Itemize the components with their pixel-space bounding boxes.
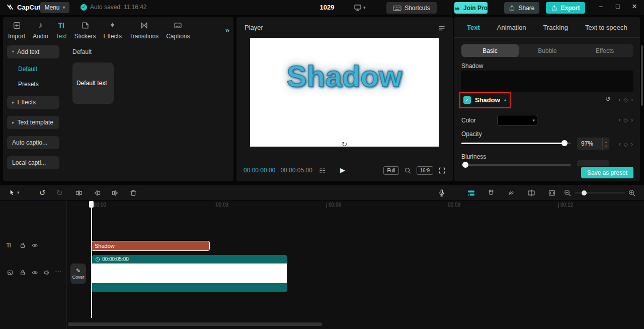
tab-animation[interactable]: Animation — [497, 24, 526, 31]
close-button[interactable]: × — [632, 2, 637, 11]
chevron-down-icon: ▾ — [363, 6, 366, 10]
sidebar-item-auto-captions[interactable]: Auto captio... — [7, 136, 59, 149]
sidebar-item-local-captions[interactable]: Local capti... — [7, 156, 59, 169]
cover-button[interactable]: ✎ Cover — [70, 264, 86, 284]
more-icon[interactable]: … — [55, 266, 61, 273]
delete-icon[interactable] — [129, 189, 137, 197]
sidebar-item-text-template[interactable]: ▸ Text template — [7, 116, 59, 129]
tab-audio[interactable]: ♪ Audio — [33, 21, 48, 40]
monitor-icon — [354, 4, 362, 12]
video-clip[interactable]: 00:00:05:00 — [92, 255, 287, 292]
bluriness-slider[interactable] — [461, 164, 571, 166]
visibility-icon[interactable] — [31, 242, 38, 249]
voiceover-mic-icon[interactable] — [438, 189, 446, 197]
zoom-fit-icon[interactable] — [404, 167, 412, 174]
subtab-bubble[interactable]: Bubble — [519, 47, 576, 54]
default-text-card[interactable]: Default text — [72, 62, 114, 104]
stepper-up-icon[interactable]: ▴ — [605, 140, 607, 144]
zoom-in-button[interactable] — [628, 189, 636, 197]
auto-snap-toggle[interactable] — [487, 189, 495, 197]
keyframe-diamond-icon[interactable]: ◇ — [624, 97, 628, 103]
keyframe-prev-icon[interactable]: ‹ — [619, 141, 621, 148]
opacity-slider-handle[interactable] — [561, 140, 568, 146]
pencil-icon: ✎ — [76, 268, 80, 274]
subtab-basic[interactable]: Basic — [461, 44, 519, 57]
zoom-out-button[interactable] — [564, 189, 572, 197]
sidebar-item-default[interactable]: Default — [3, 65, 65, 73]
share-button[interactable]: Share — [504, 2, 539, 14]
tab-transitions[interactable]: Transitions — [129, 21, 158, 40]
player-canvas[interactable]: Shadow ↻ — [250, 38, 439, 147]
expand-panel-icon[interactable]: » — [225, 26, 229, 34]
mute-icon[interactable] — [43, 269, 50, 276]
select-tool[interactable]: ▾ — [8, 189, 20, 196]
tab-text-label: Text — [56, 33, 67, 40]
keyframe-prev-icon[interactable]: ‹ — [619, 96, 621, 103]
opacity-stepper[interactable]: ▴ ▾ — [602, 138, 609, 150]
zoom-slider-handle[interactable] — [582, 190, 587, 195]
storyboard-icon[interactable] — [318, 167, 326, 174]
reset-icon[interactable]: ↺ — [605, 96, 611, 102]
undo-button[interactable]: ↺ — [39, 188, 46, 198]
preview-axis-toggle[interactable] — [527, 189, 535, 197]
color-swatch-select[interactable]: ▾ — [497, 115, 537, 126]
player-menu-icon[interactable] — [438, 24, 446, 32]
display-mode-button[interactable]: ▾ — [354, 4, 366, 12]
sidebar-item-presets[interactable]: Presets — [3, 81, 65, 88]
play-button[interactable]: ▶ — [340, 166, 345, 174]
lock-icon[interactable] — [19, 269, 26, 276]
join-pro-button[interactable]: Join Pro — [454, 2, 488, 14]
lock-icon[interactable] — [19, 242, 26, 249]
tab-effects[interactable]: ✦ Effects — [103, 21, 121, 40]
keyframe-next-icon[interactable]: › — [631, 141, 633, 148]
export-button[interactable]: Export — [546, 2, 585, 14]
tab-text[interactable]: Text — [467, 24, 480, 31]
playhead-line[interactable] — [91, 201, 92, 318]
share-label: Share — [518, 5, 534, 12]
tab-stickers[interactable]: Stickers — [74, 21, 96, 40]
keyframe-diamond-icon[interactable]: ◇ — [624, 141, 628, 148]
redo-button[interactable]: ↻ — [56, 188, 63, 198]
keyframe-next-icon[interactable]: › — [631, 116, 633, 123]
sidebar-item-add-text[interactable]: • Add text — [7, 45, 59, 58]
keyframe-diamond-icon[interactable]: ◇ — [624, 117, 628, 123]
bluriness-slider-handle[interactable] — [462, 162, 468, 168]
linkage-toggle[interactable] — [507, 189, 515, 197]
subtab-effects[interactable]: Effects — [576, 47, 633, 54]
rotate-handle-icon[interactable]: ↻ — [250, 140, 439, 148]
main-track-magnet-toggle[interactable] — [467, 189, 475, 198]
bluriness-value-box[interactable] — [577, 160, 609, 166]
split-icon[interactable] — [75, 189, 83, 197]
text-clip[interactable]: Shadow — [91, 241, 210, 251]
tab-text[interactable]: TI Text — [56, 21, 67, 40]
keyframe-prev-icon[interactable]: ‹ — [619, 116, 621, 123]
minimize-button[interactable]: − — [599, 3, 603, 10]
zoom-slider[interactable] — [575, 192, 625, 193]
shortcuts-button[interactable]: Shortcuts — [386, 2, 437, 14]
delete-left-icon[interactable] — [93, 189, 101, 197]
menu-button[interactable]: Menu ▾ — [40, 2, 69, 13]
delete-right-icon[interactable] — [111, 189, 119, 197]
opacity-slider[interactable] — [461, 143, 571, 144]
keyframe-next-icon[interactable]: › — [631, 96, 633, 103]
fullscreen-icon[interactable] — [438, 167, 446, 174]
tab-text-to-speech[interactable]: Text to speech — [585, 24, 627, 31]
inspector-tabs: Text Animation Tracking Text to speech — [454, 17, 640, 38]
opacity-value-box[interactable]: 97% ▴ ▾ — [577, 138, 609, 150]
inspector-scrollbar[interactable] — [641, 45, 643, 106]
cover-label: Cover — [72, 275, 84, 280]
sidebar-item-effects[interactable]: ▸ Effects — [7, 96, 59, 109]
effects-icon: ✦ — [109, 21, 116, 30]
timeline-scrollbar[interactable] — [68, 322, 322, 326]
ratio-button[interactable]: 16:9 — [417, 166, 433, 175]
tab-import[interactable]: Import — [8, 21, 25, 40]
maximize-button[interactable]: □ — [616, 3, 620, 10]
canvas-text[interactable]: Shadow — [250, 59, 439, 94]
stepper-down-icon[interactable]: ▾ — [605, 144, 607, 148]
full-button[interactable]: Full — [383, 166, 398, 175]
frame-level-toggle[interactable] — [548, 189, 556, 197]
tab-tracking[interactable]: Tracking — [543, 24, 568, 31]
save-as-preset-button[interactable]: Save as preset — [581, 167, 633, 178]
tab-captions[interactable]: Captions — [166, 21, 190, 40]
visibility-icon[interactable] — [31, 269, 38, 276]
